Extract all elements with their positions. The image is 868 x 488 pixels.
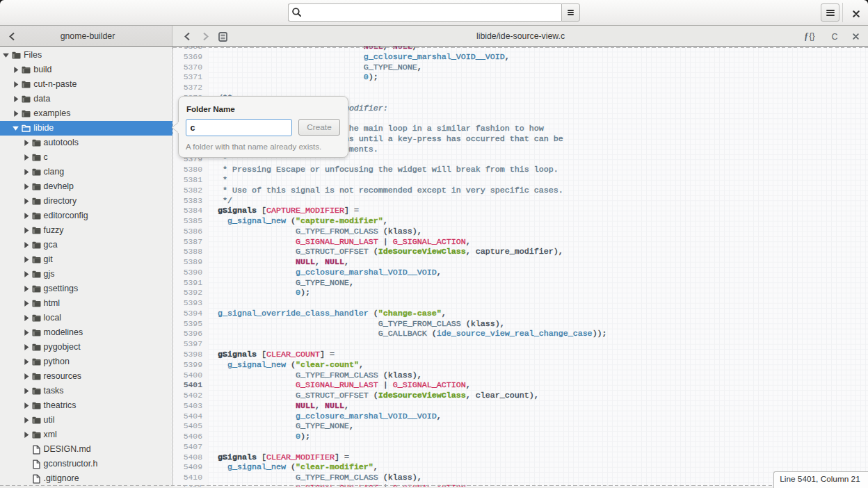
svg-text:f: f [805,31,809,41]
svg-text:{}: {} [809,31,814,41]
